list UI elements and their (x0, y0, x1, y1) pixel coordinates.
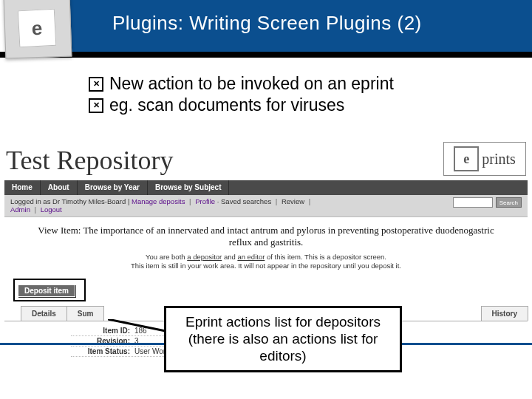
bullet-x-icon: ✕ (89, 77, 103, 92)
slide-logo-letter: e (18, 9, 57, 48)
nav-about[interactable]: About (41, 180, 78, 195)
bullet-x-icon: ✕ (89, 98, 103, 113)
link-saved-searches[interactable]: Saved searches (221, 197, 271, 205)
link-manage-deposits[interactable]: Manage deposits (132, 197, 185, 205)
logged-in-label: Logged in as Dr Timothy Miles-Board | (10, 197, 129, 205)
deposit-highlight-box: Deposit item (13, 279, 86, 301)
status-links: Logged in as Dr Timothy Miles-Board | Ma… (10, 197, 313, 214)
status-bar: Logged in as Dr Timothy Miles-Board | Ma… (4, 195, 528, 217)
bullet-text: New action to be invoked on an eprint (109, 74, 394, 94)
bullet-item: ✕ eg. scan documents for viruses (89, 95, 511, 115)
eprints-logo-word: prints (482, 151, 516, 168)
repo-title: Test Repository (6, 145, 173, 176)
link-review[interactable]: Review (282, 197, 304, 205)
bullet-list: ✕ New action to be invoked on an eprint … (0, 58, 532, 126)
bullet-item: ✕ New action to be invoked on an eprint (89, 74, 511, 94)
slide-logo: e (4, 0, 72, 59)
workarea-notice: This item is still in your work area. It… (131, 262, 401, 270)
editor-underline: an editor (237, 253, 265, 261)
tab-details[interactable]: Details (21, 306, 67, 321)
nav-browse-subject[interactable]: Browse by Subject (148, 180, 229, 195)
link-profile[interactable]: Profile (195, 197, 215, 205)
slide-header: e Plugins: Writing Screen Plugins (2) (0, 0, 532, 58)
search-button[interactable]: Search (496, 197, 522, 208)
view-item-heading: View Item: The importance of an innervat… (4, 217, 528, 253)
search-input[interactable] (453, 197, 493, 208)
eprints-logo: e prints (443, 142, 526, 176)
svg-line-0 (108, 319, 166, 331)
deposit-item-button[interactable]: Deposit item (18, 284, 75, 297)
tab-history[interactable]: History (481, 306, 528, 321)
link-admin[interactable]: Admin (10, 205, 30, 214)
eprints-logo-glyph: e (454, 146, 479, 171)
nav-browse-year[interactable]: Browse by Year (78, 180, 148, 195)
callout-box: Eprint actions list for depositors (ther… (164, 306, 402, 372)
link-logout[interactable]: Logout (41, 205, 62, 214)
detail-key: Item Status: (71, 347, 130, 355)
action-row: Deposit item (4, 279, 528, 301)
nav-bar: Home About Browse by Year Browse by Subj… (4, 180, 528, 195)
depositor-notice: You are both a depositor and an editor o… (4, 253, 528, 271)
search-box: Search (453, 197, 522, 208)
depositor-underline: a depositor (187, 253, 222, 261)
slide-title: Plugins: Writing Screen Plugins (2) (112, 12, 422, 35)
bullet-text: eg. scan documents for viruses (109, 95, 344, 115)
callout-connector (108, 319, 167, 343)
tab-summary[interactable]: Sum (66, 306, 105, 321)
repo-header: Test Repository e prints (4, 130, 528, 180)
nav-home[interactable]: Home (4, 180, 41, 195)
